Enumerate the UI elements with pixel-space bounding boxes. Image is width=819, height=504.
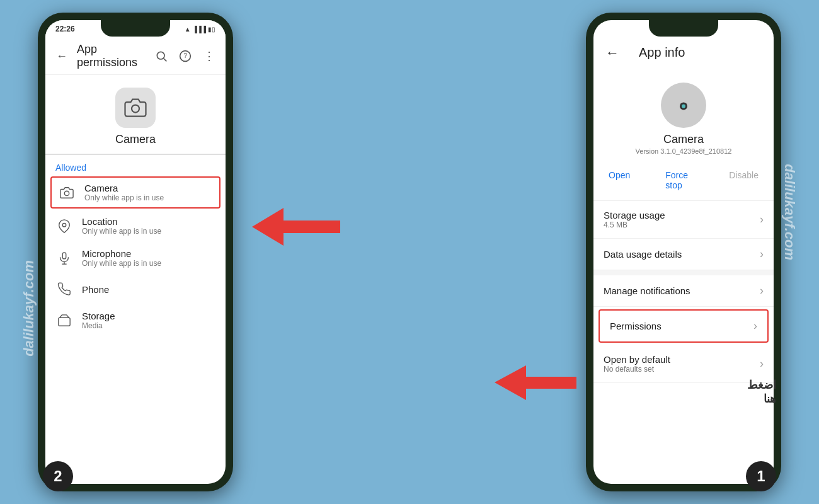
arabic-label: اضغط هنا — [747, 378, 776, 406]
camera-app-version: Version 3.1.0_4239e8f_210812 — [636, 147, 732, 155]
camera-permission-icon — [58, 184, 76, 202]
storage-usage-sub: 4.5 MB — [604, 220, 665, 229]
data-usage-chevron: › — [760, 248, 764, 261]
camera-app-info-name: Camera — [663, 133, 704, 146]
svg-point-5 — [64, 191, 69, 195]
permission-phone[interactable]: Phone — [45, 274, 226, 304]
microphone-permission-name: Microphone — [82, 248, 161, 259]
app-permissions-header: ← App permissions ? ⋮ — [45, 38, 226, 75]
phone-right: ← App info Camera Version 3.1.0_4239e8f_… — [586, 13, 781, 491]
manage-notifications-chevron: › — [760, 284, 764, 297]
watermark-left: dalilukayf.com — [21, 260, 37, 357]
microphone-permission-sub: Only while app is in use — [82, 259, 161, 268]
microphone-permission-text: Microphone Only while app is in use — [82, 248, 161, 268]
svg-line-1 — [164, 59, 167, 62]
location-permission-text: Location Only while app is in use — [82, 216, 161, 236]
storage-permission-icon — [55, 312, 73, 329]
camera-permission-sub: Only while app is in use — [84, 193, 164, 202]
back-button-left[interactable]: ← — [53, 47, 71, 65]
arabic-line2: هنا — [747, 392, 776, 406]
notch-right — [649, 20, 718, 37]
badge-1: 1 — [746, 461, 776, 491]
back-button-right[interactable]: ← — [604, 44, 621, 62]
time-left: 22:26 — [55, 25, 75, 33]
camera-app-icon — [115, 88, 156, 128]
permissions-item-wrapper: Permissions › — [598, 309, 769, 343]
open-by-default-text: Open by default No defaults set — [604, 354, 670, 374]
data-usage-item[interactable]: Data usage details › — [593, 239, 774, 270]
permissions-chevron: › — [753, 319, 757, 333]
app-icon-section-left: Camera — [45, 75, 226, 154]
permission-microphone[interactable]: Microphone Only while app is in use — [45, 242, 226, 274]
more-button[interactable]: ⋮ — [200, 47, 218, 65]
svg-point-6 — [62, 223, 66, 227]
storage-usage-chevron: › — [760, 213, 764, 226]
open-by-default-chevron: › — [760, 357, 764, 370]
storage-permission-sub: Media — [82, 321, 115, 330]
red-arrow-right — [495, 365, 576, 403]
wifi-icon: ▲ — [185, 26, 191, 33]
force-stop-button[interactable]: Force stop — [660, 168, 699, 193]
data-usage-text: Data usage details — [604, 249, 682, 260]
app-info-icon-section: Camera Version 3.1.0_4239e8f_210812 — [593, 72, 774, 163]
open-by-default-item[interactable]: Open by default No defaults set › — [593, 345, 774, 383]
svg-text:?: ? — [184, 52, 188, 59]
microphone-permission-icon — [55, 249, 73, 267]
phone-left: 22:26 ▲ ▐▐▐ ▮▯ ← App permissions ? ⋮ — [38, 13, 233, 491]
manage-notifications-item[interactable]: Manage notifications › — [593, 275, 774, 307]
camera-permission-name: Camera — [84, 183, 164, 193]
open-by-default-title: Open by default — [604, 354, 670, 365]
watermark-right: dalilukayf.com — [782, 164, 798, 260]
status-icons-left: ▲ ▐▐▐ ▮▯ — [185, 26, 215, 33]
storage-usage-title: Storage usage — [604, 210, 665, 220]
battery-icon: ▮▯ — [208, 26, 215, 33]
camera-app-name-left: Camera — [115, 133, 156, 146]
arabic-line1: اضغط — [747, 378, 776, 392]
phone-permission-text: Phone — [82, 284, 109, 295]
permissions-text: Permissions — [610, 321, 662, 331]
storage-permission-name: Storage — [82, 311, 115, 321]
permission-location[interactable]: Location Only while app is in use — [45, 210, 226, 242]
help-button[interactable]: ? — [176, 47, 194, 65]
manage-notifications-title: Manage notifications — [604, 285, 690, 296]
app-info-title: App info — [629, 39, 695, 66]
svg-point-13 — [682, 105, 685, 108]
storage-usage-text: Storage usage 4.5 MB — [604, 210, 665, 229]
permission-storage[interactable]: Storage Media — [45, 304, 226, 336]
search-button[interactable] — [152, 47, 170, 65]
svg-point-0 — [157, 52, 164, 59]
right-screen: ← App info Camera Version 3.1.0_4239e8f_… — [593, 20, 774, 484]
signal-icon: ▐▐▐ — [193, 26, 206, 33]
app-permissions-title: App permissions — [77, 43, 146, 69]
svg-marker-14 — [495, 365, 576, 400]
permissions-title: Permissions — [610, 321, 662, 331]
svg-point-4 — [132, 105, 139, 113]
disable-button[interactable]: Disable — [724, 168, 764, 193]
red-arrow-left — [252, 208, 340, 248]
storage-usage-item[interactable]: Storage usage 4.5 MB › — [593, 201, 774, 239]
svg-rect-10 — [59, 318, 70, 326]
permission-camera[interactable]: Camera Only while app is in use — [50, 176, 220, 209]
data-usage-title: Data usage details — [604, 249, 682, 260]
phone-permission-name: Phone — [82, 284, 109, 295]
section-gap-1 — [593, 270, 774, 275]
location-permission-sub: Only while app is in use — [82, 227, 161, 236]
svg-marker-11 — [252, 208, 340, 246]
camera-permission-text: Camera Only while app is in use — [84, 183, 164, 202]
badge-2: 2 — [43, 461, 73, 491]
location-permission-name: Location — [82, 216, 161, 227]
storage-permission-text: Storage Media — [82, 311, 115, 330]
left-screen: 22:26 ▲ ▐▐▐ ▮▯ ← App permissions ? ⋮ — [45, 20, 226, 484]
camera-app-info-icon — [661, 83, 706, 128]
permissions-item[interactable]: Permissions › — [600, 311, 767, 341]
location-permission-icon — [55, 217, 73, 235]
phone-permission-icon — [55, 280, 73, 298]
notch-left — [101, 20, 170, 37]
open-button[interactable]: Open — [604, 168, 635, 193]
svg-rect-7 — [62, 252, 66, 258]
allowed-label: Allowed — [45, 155, 226, 175]
manage-notifications-text: Manage notifications — [604, 285, 690, 296]
app-actions: Open Force stop Disable — [593, 163, 774, 201]
open-by-default-sub: No defaults set — [604, 365, 670, 374]
